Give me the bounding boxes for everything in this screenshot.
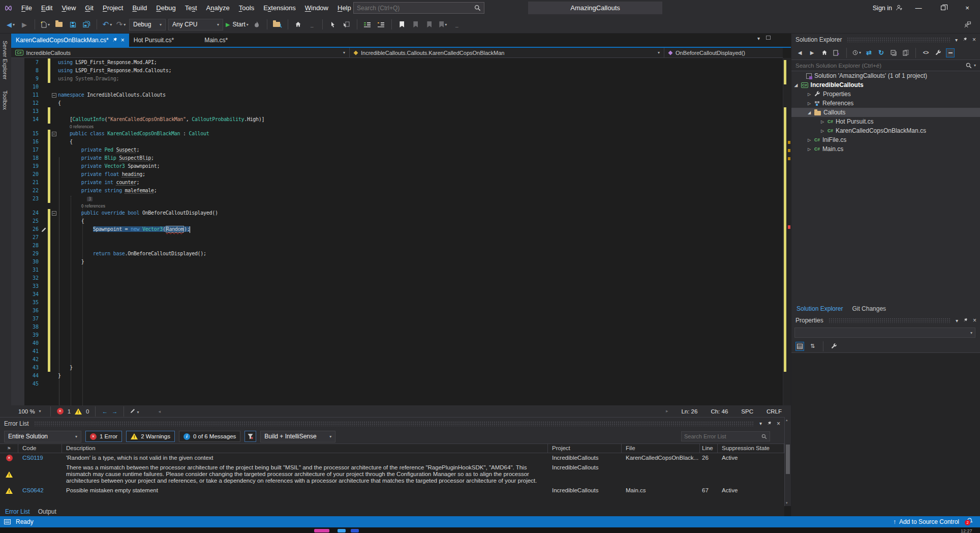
column-line[interactable]: Line [700,444,718,453]
line-number[interactable]: 8 [11,67,40,75]
clear-bookmarks-button[interactable]: ▾ [438,18,449,31]
minimized-tool-icon[interactable]: _ [307,18,318,31]
toggle-bookmark-button[interactable] [396,18,408,31]
line-number[interactable]: 19 [11,162,40,170]
collapsed-chevron-icon[interactable]: ▷ [807,92,812,97]
restore-button[interactable] [934,1,952,15]
severity-column-icon[interactable]: ⚑ [0,444,18,453]
document-tab-main-cs-[interactable]: Main.cs* [200,34,232,47]
line-number[interactable]: 28 [11,242,40,250]
fold-toggle-icon[interactable]: − [52,132,56,136]
menu-help[interactable]: Help [333,0,356,16]
line-number[interactable]: 21 [11,179,40,187]
line-number[interactable]: 15 [11,130,40,138]
menu-debug[interactable]: Debug [151,0,180,16]
properties-icon[interactable] [934,48,942,57]
expanded-chevron-icon[interactable]: ◢ [793,83,799,87]
property-pages-icon[interactable] [830,342,838,351]
warnings-filter-button[interactable]: 2 Warnings [126,431,175,442]
window-position-icon[interactable]: ▾ [759,421,762,426]
back-icon[interactable]: ◀ [795,48,804,57]
scroll-up-icon[interactable]: ▴ [786,418,788,422]
line-number[interactable]: 44 [11,372,40,380]
open-file-button[interactable] [53,18,65,31]
error-list-search-box[interactable] [681,431,770,441]
tab-solution-explorer[interactable]: Solution Explorer [797,305,843,312]
solution-explorer-search-input[interactable] [795,63,966,69]
alphabetical-sort-icon[interactable]: ⇅ [808,342,817,351]
tree-item-references[interactable]: ▷References [791,99,980,108]
menu-tools[interactable]: Tools [234,0,259,16]
sign-in-button[interactable]: Sign in [873,5,903,12]
toolbox-tab[interactable]: Toolbox [2,91,8,110]
errors-filter-button[interactable]: × 1 Error [85,431,122,442]
line-number[interactable]: 11 [11,91,40,99]
collapsed-chevron-icon[interactable]: ▷ [807,101,812,106]
column-project[interactable]: Project [548,444,622,453]
quick-search-input[interactable] [357,5,474,12]
line-number[interactable]: 43 [11,364,40,372]
tree-item-properties[interactable]: ▷Properties [791,90,980,99]
line-number[interactable]: 20 [11,170,40,179]
scrollbar-thumb[interactable] [786,445,790,474]
error-list-scrollbar[interactable]: ▴ ▾ [784,417,791,506]
save-button[interactable] [67,18,78,31]
collapsed-chevron-icon[interactable]: ▷ [807,147,812,152]
minimize-button[interactable]: — [910,1,927,15]
type-dropdown[interactable]: IncredibleCallouts.Callouts.KarenCalledC… [350,48,664,57]
collapse-all-icon[interactable] [889,48,898,57]
column-file[interactable]: File [622,444,700,453]
error-row-2[interactable]: There was a mismatch between the process… [0,463,784,486]
line-number[interactable]: 35 [11,299,40,307]
collapsed-chevron-icon[interactable]: ▷ [807,138,812,142]
selection-tool-button[interactable] [327,18,339,31]
send-feedback-button[interactable] [962,18,973,31]
add-to-source-control-button[interactable]: ↑ Add to Source Control [893,518,959,525]
warning-count-icon[interactable] [75,408,82,414]
home-button[interactable] [293,18,304,31]
solution-configuration-dropdown[interactable]: Debug▾ [129,19,166,31]
close-button[interactable]: × [959,1,976,15]
line-number[interactable]: 16 [11,138,40,146]
forward-icon[interactable]: ▶ [808,48,816,57]
expanded-chevron-icon[interactable]: ◢ [807,110,812,115]
tab-output[interactable]: Output [38,508,56,515]
tab-error-list[interactable]: Error List [5,508,30,515]
line-number[interactable]: 33 [11,282,40,290]
messages-filter-button[interactable]: i 0 of 6 Messages [179,431,240,442]
collapsed-chevron-icon[interactable]: ▷ [820,129,825,133]
undo-button[interactable]: ↶▾ [102,18,113,31]
collapsed-chevron-icon[interactable]: ▷ [820,120,825,124]
line-number[interactable]: 27 [11,233,40,242]
line-number[interactable]: 31 [11,266,40,274]
switch-views-icon[interactable] [832,48,841,57]
document-dropdown-icon[interactable]: ▾ [757,36,760,41]
menu-build[interactable]: Build [128,0,151,16]
line-number[interactable]: 30 [11,258,40,266]
find-in-files-button[interactable] [272,18,283,31]
properties-object-dropdown[interactable]: ▾ [794,328,975,338]
tree-item-hot-pursuit-cs[interactable]: ▷C#Hot Pursuit.cs [791,117,980,126]
line-number[interactable]: 17 [11,146,40,154]
float-window-icon[interactable] [766,36,771,40]
view-code-icon[interactable]: <> [922,48,930,57]
filter-button[interactable] [244,431,256,442]
tree-item-inifile-cs[interactable]: ▷C#IniFile.cs [791,135,980,144]
menu-file[interactable]: File [17,0,37,16]
tree-item-main-cs[interactable]: ▷C#Main.cs [791,144,980,154]
new-project-button[interactable]: ▾ [40,18,51,31]
line-number[interactable]: 10 [11,83,40,91]
line-number[interactable]: 41 [11,347,40,356]
line-ending-indicator[interactable]: CRLF [767,408,782,414]
error-list-search-input[interactable] [684,433,761,439]
zoom-dropdown[interactable]: 100 %▾ [15,407,44,416]
line-number[interactable]: 34 [11,290,40,299]
editor-scrollbar[interactable] [783,58,791,405]
menu-window[interactable]: Window [300,0,333,16]
line-number[interactable]: 36 [11,307,40,315]
line-number[interactable]: 7 [11,58,40,67]
menu-git[interactable]: Git [80,0,98,16]
line-number[interactable]: 45 [11,380,40,388]
previous-bookmark-button[interactable] [410,18,421,31]
window-position-icon[interactable]: ▾ [955,37,958,43]
